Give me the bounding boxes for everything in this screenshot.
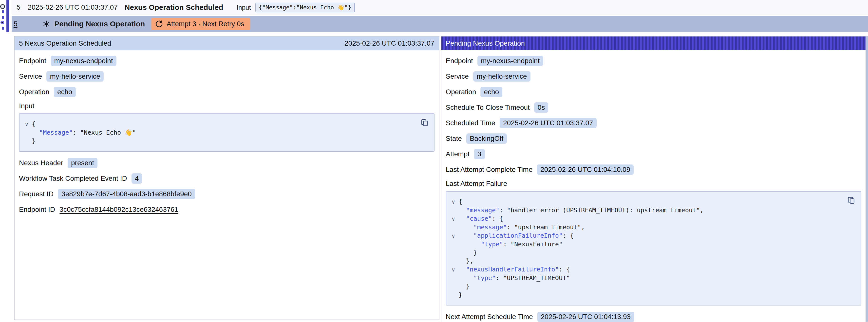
event-row-nexus-operation-scheduled[interactable]: 5 2025-02-26 UTC 01:03:37.07 Nexus Opera… bbox=[11, 0, 868, 15]
field-row-endpoint: Endpoint my-nexus-endpoint bbox=[446, 56, 861, 66]
code-indent bbox=[459, 224, 473, 231]
pending-panel-title: Pending Nexus Operation bbox=[446, 39, 525, 47]
retry-icon bbox=[155, 20, 163, 28]
field-row-service: Service my-hello-service bbox=[446, 71, 861, 82]
collapse-chevron-icon[interactable]: ∨ bbox=[448, 198, 459, 206]
json-text: : { bbox=[492, 215, 503, 222]
code-line: "message": "handler error (UPSTREAM_TIME… bbox=[448, 206, 844, 215]
field-value-badge: 2025-02-26 UTC 01:04:13.93 bbox=[537, 312, 634, 322]
collapse-chevron-icon[interactable]: ∨ bbox=[448, 232, 459, 240]
last-attempt-failure-label: Last Attempt Failure bbox=[446, 180, 861, 188]
json-text: : "NexusFailure" bbox=[503, 240, 562, 248]
field-row-attempt: Attempt 3 bbox=[446, 149, 861, 160]
json-text: }, bbox=[466, 257, 473, 264]
json-key: "cause" bbox=[466, 215, 492, 222]
field-label: Workflow Task Completed Event ID bbox=[19, 174, 127, 183]
json-text: { bbox=[32, 120, 35, 127]
json-text: : { bbox=[562, 232, 574, 239]
code-indent bbox=[459, 266, 466, 273]
code-line: } bbox=[448, 249, 844, 257]
field-label: Request ID bbox=[19, 190, 54, 198]
copy-button[interactable] bbox=[420, 118, 430, 127]
code-line: "type": "UPSTREAM_TIMEOUT" bbox=[448, 274, 844, 282]
field-label: Last Attempt Complete Time bbox=[446, 166, 533, 173]
json-text: : "UPSTREAM_TIMEOUT" bbox=[496, 275, 570, 282]
event-name: Nexus Operation Scheduled bbox=[125, 3, 223, 11]
json-text: } bbox=[473, 249, 477, 256]
code-line: } bbox=[22, 137, 417, 145]
event-id-link[interactable]: 5 bbox=[13, 20, 18, 28]
code-indent bbox=[32, 129, 39, 136]
json-key: "type" bbox=[481, 240, 503, 248]
field-value-badge: my-nexus-endpoint bbox=[51, 56, 117, 66]
event-input-label: Input bbox=[237, 4, 251, 11]
code-indent bbox=[459, 206, 466, 214]
field-value-badge: my-nexus-endpoint bbox=[477, 56, 543, 66]
field-value-badge: echo bbox=[54, 87, 76, 97]
field-value-badge: my-hello-service bbox=[46, 71, 104, 82]
field-value-badge: present bbox=[68, 158, 97, 168]
field-row-service: Service my-hello-service bbox=[19, 71, 434, 82]
json-text: } bbox=[466, 283, 470, 290]
event-id-link[interactable]: 5 bbox=[17, 3, 21, 11]
field-row-endpoint-id: Endpoint ID 3c0c75ccfa8144b092c13ce63246… bbox=[19, 204, 434, 215]
json-text: : "upstream timeout", bbox=[507, 224, 585, 231]
json-text: } bbox=[459, 291, 462, 298]
field-row-schedule-to-close-timeout: Schedule To Close Timeout 0s bbox=[446, 102, 861, 113]
field-value-badge: 4 bbox=[131, 173, 142, 184]
event-row-pending-nexus-operation[interactable]: 5 Pending Nexus Operation Attempt 3 · Ne… bbox=[11, 16, 868, 32]
json-key: "message" bbox=[473, 224, 507, 231]
field-value-badge: echo bbox=[480, 87, 502, 97]
code-line: ∨{ bbox=[22, 120, 417, 128]
code-line: }, bbox=[448, 257, 844, 265]
collapse-chevron-icon[interactable]: ∨ bbox=[22, 120, 32, 128]
field-label: Scheduled Time bbox=[446, 119, 495, 127]
endpoint-id-link[interactable]: 3c0c75ccfa8144b092c13ce632463761 bbox=[59, 205, 178, 214]
field-label: Service bbox=[446, 72, 469, 80]
field-label: Endpoint ID bbox=[19, 205, 55, 214]
field-label: Endpoint bbox=[19, 57, 46, 65]
field-value-badge: 3e829b7e-7d67-4b08-aad3-b1e868bfe9e0 bbox=[58, 189, 195, 199]
scheduled-panel-timestamp: 2025-02-26 UTC 01:03:37.07 bbox=[344, 39, 434, 47]
timeline-node-circle-icon bbox=[0, 4, 5, 9]
field-row-last-attempt-complete-time: Last Attempt Complete Time 2025-02-26 UT… bbox=[446, 164, 861, 175]
code-line: ∨ "cause": { bbox=[448, 215, 844, 223]
pending-asterisk-icon bbox=[43, 20, 50, 28]
scheduled-panel-header: 5 Nexus Operation Scheduled 2025-02-26 U… bbox=[14, 36, 439, 50]
event-detail-panels: 5 Nexus Operation Scheduled 2025-02-26 U… bbox=[14, 36, 866, 322]
field-value-badge: my-hello-service bbox=[473, 71, 530, 82]
timeline-rail bbox=[6, 0, 9, 32]
field-label: Next Attempt Schedule Time bbox=[446, 313, 533, 321]
code-indent bbox=[459, 240, 481, 248]
json-text: : "handler error (UPSTREAM_TIMEOUT): ups… bbox=[499, 206, 704, 214]
event-timestamp: 2025-02-26 UTC 01:03:37.07 bbox=[28, 3, 118, 11]
code-line: "type": "NexusFailure" bbox=[448, 240, 844, 249]
field-row-state: State BackingOff bbox=[446, 133, 861, 144]
code-line: ∨ "nexusHandlerFailureInfo": { bbox=[448, 265, 844, 274]
field-value-badge: 2025-02-26 UTC 01:04:10.09 bbox=[537, 164, 633, 175]
code-indent bbox=[459, 249, 473, 256]
input-section-label: Input bbox=[19, 102, 434, 110]
code-line: } bbox=[448, 282, 844, 291]
field-label: State bbox=[446, 135, 462, 142]
collapse-chevron-icon[interactable]: ∨ bbox=[448, 265, 459, 274]
json-key: "type" bbox=[473, 275, 496, 282]
json-text: : "Nexus Echo 👋" bbox=[73, 129, 136, 136]
field-value-badge: 0s bbox=[534, 102, 549, 113]
field-row-endpoint: Endpoint my-nexus-endpoint bbox=[19, 56, 434, 66]
failure-json-block: ∨{ "message": "handler error (UPSTREAM_T… bbox=[446, 191, 861, 305]
vertical-scrollbar[interactable] bbox=[866, 36, 868, 322]
field-value-badge: 3 bbox=[474, 149, 485, 159]
copy-button[interactable] bbox=[847, 195, 856, 205]
timeline-node-dot-icon bbox=[0, 21, 4, 24]
code-line: ∨ "applicationFailureInfo": { bbox=[448, 231, 844, 240]
field-label: Service bbox=[19, 72, 42, 80]
field-row-scheduled-time: Scheduled Time 2025-02-26 UTC 01:03:37.0… bbox=[446, 118, 861, 128]
json-key: "applicationFailureInfo" bbox=[473, 232, 562, 239]
field-label: Operation bbox=[19, 88, 49, 96]
field-label: Endpoint bbox=[446, 57, 473, 65]
collapse-chevron-icon[interactable]: ∨ bbox=[448, 215, 459, 223]
field-row-operation: Operation echo bbox=[446, 87, 861, 97]
code-indent bbox=[459, 257, 466, 264]
field-row-operation: Operation echo bbox=[19, 87, 434, 97]
